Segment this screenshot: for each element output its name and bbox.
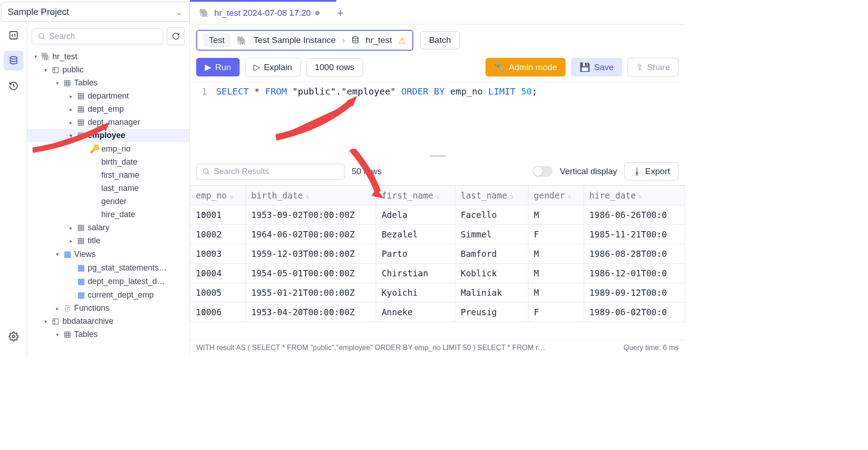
svg-rect-0	[9, 32, 17, 39]
svg-rect-5	[65, 81, 70, 86]
tab-active[interactable]: 🐘 hr_test 2024-07-08 17:20	[190, 2, 329, 24]
svg-rect-13	[65, 332, 70, 337]
svg-rect-10	[78, 225, 84, 231]
tree-table-salary[interactable]: ▸salary	[27, 221, 189, 234]
tree-view[interactable]: ▦dept_emp_latest_d…	[27, 275, 189, 288]
svg-point-1	[10, 57, 17, 59]
line-number: 1	[196, 86, 207, 154]
results-table: emp_no⇅birth_date⇅first_name⇅last_name⇅g…	[190, 185, 685, 340]
tree-table-department[interactable]: ▸department	[27, 90, 189, 103]
run-button[interactable]: ▶Run	[196, 58, 240, 76]
tree-col-first_name[interactable]: first_name	[27, 169, 189, 182]
admin-mode-button[interactable]: 🔧Admin mode	[486, 58, 566, 76]
status-query: WITH result AS ( SELECT * FROM "public".…	[196, 344, 545, 352]
svg-rect-7	[78, 107, 84, 112]
tree-col-birth_date[interactable]: birth_date	[27, 156, 189, 169]
col-header-birth_date[interactable]: birth_date⇅	[245, 186, 376, 205]
search-icon	[202, 167, 210, 175]
col-header-first_name[interactable]: first_name⇅	[376, 186, 455, 205]
svg-point-15	[353, 37, 358, 39]
env-badge: Test	[203, 33, 230, 47]
batch-button[interactable]: Batch	[420, 31, 460, 49]
svg-point-2	[12, 335, 15, 338]
postgres-icon: 🐘	[199, 8, 210, 18]
row-limit-select[interactable]: 1000 rows	[306, 58, 363, 76]
warning-icon: ⚠	[398, 35, 406, 46]
sort-icon: ⇅	[230, 193, 233, 200]
export-button[interactable]: ⭳Export	[624, 162, 679, 180]
col-header-last_name[interactable]: last_name⇅	[455, 186, 528, 205]
table-row[interactable]: 100041954-05-01T00:00:00ZChirstianKoblic…	[190, 264, 685, 283]
tree-schema[interactable]: ▾public	[27, 63, 189, 76]
vertical-display-toggle[interactable]	[533, 166, 552, 177]
svg-rect-9	[78, 133, 84, 138]
new-tab-button[interactable]: +	[329, 6, 352, 20]
tree-table-employee[interactable]: ▾employee	[27, 129, 189, 142]
tree: ▾🐘hr_test▾public▾Tables▸department▸dept_…	[27, 50, 189, 355]
editor-toolbar: ▶Run ▷Explain 1000 rows 🔧Admin mode 💾Sav…	[190, 56, 685, 82]
tree-views[interactable]: ▾▦Views	[27, 247, 189, 261]
left-rail	[0, 0, 27, 355]
col-header-gender[interactable]: gender⇅	[528, 186, 584, 205]
wrench-icon: 🔧	[494, 62, 505, 72]
table-row[interactable]: 100061953-04-20T00:00:00ZAnnekePreusigF1…	[190, 303, 685, 322]
tree-col-last_name[interactable]: last_name	[27, 182, 189, 195]
tree-table-dept_emp[interactable]: ▸dept_emp	[27, 103, 189, 116]
sort-icon: ⇅	[510, 193, 514, 200]
status-bar: WITH result AS ( SELECT * FROM "public".…	[190, 340, 685, 355]
tree-col-emp_no[interactable]: 🔑emp_no	[27, 142, 189, 156]
tree-table-title[interactable]: ▸title	[27, 234, 189, 247]
share-icon: ⇪	[636, 62, 643, 72]
sql-editor[interactable]: 1 SELECT * FROM "public"."employee" ORDE…	[190, 82, 685, 154]
explain-button[interactable]: ▷Explain	[245, 58, 301, 76]
refresh-button[interactable]	[167, 27, 185, 45]
results-search-input[interactable]: Search Results	[196, 164, 344, 180]
tree-col-gender[interactable]: gender	[27, 195, 189, 208]
status-time: Query time: 6 ms	[623, 344, 679, 352]
rail-database-icon[interactable]	[4, 51, 24, 71]
tree-table-dept_manager[interactable]: ▸dept_manager	[27, 116, 189, 129]
play-icon: ▶	[205, 62, 212, 72]
postgres-icon: 🐘	[236, 35, 247, 46]
breadcrumb[interactable]: Test 🐘 Test Sample Instance › hr_test ⚠	[196, 30, 413, 51]
download-icon: ⭳	[633, 166, 642, 176]
sort-icon: ⇅	[567, 193, 571, 200]
tree-tables[interactable]: ▾Tables	[27, 76, 189, 90]
main: 🐘 hr_test 2024-07-08 17:20 + Test 🐘 Test…	[190, 0, 685, 355]
play-outline-icon: ▷	[254, 62, 260, 72]
table-row[interactable]: 100031959-12-03T00:00:00ZPartoBamfordM19…	[190, 244, 685, 264]
sidebar-search-input[interactable]: Search	[32, 28, 163, 44]
save-icon: 💾	[580, 62, 590, 72]
chevron-down-icon: ⌄	[175, 6, 183, 17]
sort-icon: ⇅	[306, 193, 309, 200]
table-row[interactable]: 100051955-01-21T00:00:00ZKyoichiMaliniak…	[190, 283, 685, 303]
tree-view[interactable]: ▦pg_stat_statements…	[27, 261, 189, 275]
tree-db[interactable]: ▾🐘hr_test	[27, 50, 189, 63]
rail-history-icon[interactable]	[4, 76, 24, 96]
tree-archive[interactable]: ▾bbdataarchive	[27, 315, 189, 328]
results-toolbar: Search Results 50 rows Vertical display …	[190, 158, 685, 185]
rail-code-icon[interactable]	[4, 25, 24, 45]
table-row[interactable]: 100021964-06-02T00:00:00ZBezalelSimmelF1…	[190, 225, 685, 244]
splitter-handle[interactable]	[190, 154, 685, 158]
table-row[interactable]: 100011953-09-02T00:00:00ZAdelaFacelloM19…	[190, 205, 685, 225]
save-button[interactable]: 💾Save	[571, 58, 622, 76]
col-header-emp_no[interactable]: emp_no⇅	[190, 186, 246, 205]
share-button[interactable]: ⇪Share	[627, 58, 679, 76]
svg-rect-8	[78, 120, 84, 125]
tree-view[interactable]: ▦current_dept_emp	[27, 288, 189, 302]
svg-rect-11	[78, 238, 84, 244]
tree-archive-tables[interactable]: ▾Tables	[27, 328, 189, 341]
project-name: Sample Project	[8, 7, 69, 17]
svg-rect-12	[53, 319, 58, 324]
project-selector[interactable]: Sample Project ⌄	[1, 2, 190, 22]
col-header-hire_date[interactable]: hire_date⇅	[584, 186, 684, 205]
svg-point-17	[203, 169, 208, 174]
tree-functions[interactable]: ▸fFunctions	[27, 302, 189, 315]
sort-icon: ⇅	[639, 193, 642, 200]
rail-settings-icon[interactable]	[4, 327, 24, 346]
tree-col-hire_date[interactable]: hire_date	[27, 208, 189, 221]
sidebar: Sample Project ⌄ Search ▾🐘hr_test▾public…	[27, 0, 190, 355]
dirty-dot-icon	[315, 11, 320, 15]
svg-rect-4	[53, 67, 58, 73]
